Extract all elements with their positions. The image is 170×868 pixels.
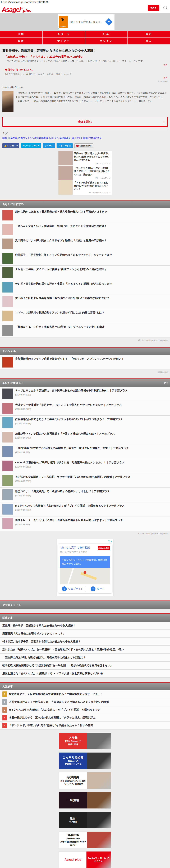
ad-arrow-icon[interactable]: ➜ xyxy=(105,18,113,26)
article-list-item[interactable]: 「後ろから突きたい！」岡副麻希、猫伸びポーズにまたも妄想爆発の声殺到！ xyxy=(0,222,170,237)
article-title-link[interactable]: テレ朝・三谷紬、ダイエットに挑戦も“男性ファンから悲鳴”の「切実な理由」 xyxy=(15,267,168,271)
article-link[interactable]: 「宝生舞の身元不明」騒動が飛び火、高橋由美子の劣化ぶりが話題に！ xyxy=(0,654,170,661)
tag-link[interactable]: 藤谷美和子 xyxy=(59,137,71,140)
article-title-link[interactable]: 熊田曜子、〈男子禁制〉胸ドアップ公開動画の「まるでマッパ！」なシーンとは？ xyxy=(15,253,168,257)
article-list-item[interactable]: 「紅白“出場”女性歌手ら8芸能人の薬物疑惑」報道で「次はダレが逮捕？」衝撃！｜ア… xyxy=(0,444,170,459)
tag-link[interactable]: 紀比呂子 xyxy=(49,137,58,140)
article-list-item[interactable]: 参加費無料のオンライン麻雀で賞金ゲット！ 『Maru-Jan スプリントステージ… xyxy=(0,355,170,369)
sponsored-ad-title[interactable]: 今日中に借りたい人へ xyxy=(4,68,168,72)
website-button[interactable]: ◑ウェブサイト xyxy=(60,586,85,591)
article-title-link[interactable]: 新型コロナ、「突然変異」で「終息10年」の悪夢シナリオとは？｜アサ芸プラス xyxy=(15,489,168,493)
route-button[interactable]: ➥ルート xyxy=(85,586,110,591)
article-list-item[interactable]: 浜田翔子の「ナマ脚大開きエクササイズ」動画に「天使」と激賞の声が続々！ xyxy=(0,237,170,251)
article-title-link[interactable]: テレ朝・三谷紬が胸を揺らし汗だく奮闘！「ぶるるんトレ動画」が大注目モノだッ xyxy=(15,282,168,286)
tag-link[interactable]: 芸能 xyxy=(2,137,7,140)
article-title-link[interactable]: 水着の奥が見えそう！菜々緒の肌見せ動画に「チラっと見え」疑惑が浮上 xyxy=(9,716,95,720)
article-list-item[interactable]: Cocomi“工藤静香のゴリ押し批判”で試される「母親譲りの鉄のメンタル」！｜ア… xyxy=(0,459,170,473)
banner-ad-hair-manual[interactable]: こっそり始める40歳からの髪対策マニュアル xyxy=(59,752,111,769)
article-link[interactable]: 新藤恵美「犬と移住の別荘地でスナックのママに！」 xyxy=(0,630,170,638)
ranked-article-link[interactable]: 5「サンジャポ」卒業、西川史子“激痩せ”も指摘されたキャラ作りの苦悩 xyxy=(0,722,170,730)
article-link[interactable]: 忘れがたき「昭和のいい女」を一斉追跡！＜聖地巡礼ガイド・あの美人女優と「美酒が飲… xyxy=(0,646,170,654)
top-ad-card[interactable]: AUTOBACS Tポイントが貯まる。使える。 ➜ ⓘ X xyxy=(58,14,115,30)
article-link[interactable]: 忽然と消えた「あのいい女」大捜査線（1）＜ドラマ女優＞堀北真希は変装せず買い物 xyxy=(0,670,170,678)
article-title-link[interactable]: 「紅白“出場”女性歌手ら8芸能人の薬物疑惑」報道で「次はダレが逮捕？」衝撃！｜ア… xyxy=(15,446,168,450)
article-title-link[interactable]: 浜田翔子の「ナマ脚大開きエクササイズ」動画に「天使」と激賞の声が続々！ xyxy=(15,239,168,243)
top-button[interactable]: TOP xyxy=(148,5,159,11)
article-list-item[interactable]: 有吉弘行も全録認定！？三吉彩花、サウナで披露「バスタオルはだけ場面」の衝撃｜アサ… xyxy=(0,473,170,488)
tag-link[interactable]: 映像コンテンツ権利処理機構 xyxy=(18,137,48,140)
nav-item[interactable]: 政治 xyxy=(128,31,170,37)
article-title-link[interactable]: テープは回したか？宮迫博之、吉本興業社長との会談の真相を中田敦彦に激白！｜アサ芸… xyxy=(15,389,168,393)
article-title-link[interactable]: マギー、大胆肌見せ私服公開もファンが思わず口にした“的確な苦言”とは？ xyxy=(15,311,168,315)
tag-link[interactable]: 週刊アサヒ芸能 2015年 7/9号 xyxy=(72,137,102,140)
article-title-link[interactable]: 深田恭子が妖艶ドレス姿を披露！胸の渓谷より目を引いた“肉感的な部位”とは？ xyxy=(15,296,168,300)
nav-item[interactable]: 芸能 xyxy=(0,31,42,37)
popin-ad-item[interactable]: 「トイレが必ず詰まります」飲む腸内洗浄で10年分の宿便がドバドバッ！PR・株式会… xyxy=(58,180,112,195)
article-link[interactable]: 蛭子能収 周囲を困惑させる“天然奔放発言”を一挙公開！「息子の結婚式でも空気を読… xyxy=(0,661,170,670)
article-link[interactable]: 宝生舞、桜井幸子…芸能界から消えた女優たちの今を大追跡！ xyxy=(0,622,170,630)
banner-ad-syokuraku-web[interactable]: 食楽webSYOKURAKU美食と酒の悦楽探求 webマガジン xyxy=(59,832,111,848)
ad-info-icon[interactable]: ⓘ xyxy=(108,540,111,543)
article-title-link[interactable]: 妊娠疑惑を払拭できるか？三谷紬“ダイエット動画”のバストがスゴ過ぎる！｜アサ芸プ… xyxy=(15,417,168,421)
nav-item[interactable]: スポーツ xyxy=(43,31,85,37)
sponsored-ad-title[interactable]: 「加熱式より安い」「でもうまい」2019年の電子タバコが凄い xyxy=(4,55,168,59)
tweet-button[interactable]: ツイート xyxy=(43,143,55,148)
article-title-link[interactable]: R-1ぐらんぷりで大惨敗も「あの女芸人」が「ブレイク間近」と囁かれるワケ｜アサ芸… xyxy=(15,504,168,508)
article-title-link[interactable]: 天才テリー伊藤対談「奈月セナ」（2）ここまで美人だとやっかいだよなァ｜アサ芸プラ… xyxy=(15,403,168,407)
article-list-item[interactable]: テープは回したか？宮迫博之、吉本興業社長との会談の真相を中田敦彦に激白！｜アサ芸… xyxy=(0,387,170,401)
read-more-button[interactable]: 全文を読む › xyxy=(2,117,168,127)
article-list-item[interactable]: テレ朝・三谷紬が胸を揺らし汗だく奮闘！「ぶるるんトレ動画」が大注目モノだッ xyxy=(0,280,170,294)
article-list-item[interactable]: 天才テリー伊藤対談「奈月セナ」（2）ここまで美人だとやっかいだよなァ｜アサ芸プラ… xyxy=(0,401,170,415)
search-icon[interactable] xyxy=(163,6,167,9)
banner-ad-twitter-follow[interactable]: Asagei plusTwitterフォローは こちらから xyxy=(59,851,111,868)
banner-ad-asa-jan[interactable]: アサ雀意外と知らない!?麻雀の世界 xyxy=(59,733,111,749)
ad-close-icon[interactable]: X xyxy=(58,28,60,30)
map-image[interactable] xyxy=(60,568,110,584)
article-list-item[interactable]: テレ朝・三谷紬、ダイエットに挑戦も“男性ファンから悲鳴”の「切実な理由」 xyxy=(0,266,170,280)
banner-ad-mono-joho[interactable]: 注目!モノ情報 xyxy=(59,812,111,829)
ranked-article-link[interactable]: 3R-1ぐらんぷりで大惨敗も「あの女芸人」が「ブレイク間近」と囁かれるワケ xyxy=(0,706,170,714)
article-title-link[interactable]: 参加費無料のオンライン麻雀で賞金ゲット！ 『Maru-Jan スプリントステージ… xyxy=(15,357,168,361)
article-title-link[interactable]: 服から胸がこぼれる！石川秀美の娘・薬丸玲美の極大バスト写真がスゴすぎッ xyxy=(15,210,168,214)
article-list-item[interactable]: 「麒麟がくる」で注目！明智光秀7つの誤解（3）ダブルワークに勤しむ商才 xyxy=(0,323,170,338)
map-ad-title[interactable]: 'ほけんの窓口'で無料相談 xyxy=(60,546,90,549)
ad-close-icon[interactable]: X xyxy=(111,540,112,543)
article-list-item[interactable]: 新型コロナ、「突然変異」で「終息10年」の悪夢シナリオとは？｜アサ芸プラス(20… xyxy=(0,488,170,502)
popin-ad-item[interactable]: 「太ってる人9割がしない」2秒習慣でガリガリに?医師の夫が教えてくれた…法が凄い… xyxy=(58,166,112,180)
banner-ad-ippai-sakaba[interactable]: 一杯酒場 xyxy=(59,792,111,809)
article-title-link[interactable]: 「サンジャポ」卒業、西川史子“激痩せ”も指摘されたキャラ作りの苦悩 xyxy=(9,723,93,727)
nav-item[interactable]: 社会 xyxy=(85,31,127,37)
site-logo[interactable]: Asagei+plus xyxy=(2,4,31,15)
social-news-button[interactable]: RSocial News xyxy=(74,144,93,148)
nav-item[interactable]: エンタメ xyxy=(85,38,127,44)
article-title-link[interactable]: 鷲見玲奈アナ、テレ東退社秒読みで過激化する「生脚＆爆胸見せ大サービス」！ xyxy=(9,692,103,696)
sponsored-text-ad[interactable]: 「加熱式より安い」「でもうまい」2019年の電子タバコが凄い 「タバコ辞めないな… xyxy=(2,55,168,66)
follow-button[interactable]: フォローする xyxy=(56,143,73,148)
ranked-article-link[interactable]: 4水着の奥が見えそう！菜々緒の肌見せ動画に「チラっと見え」疑惑が浮上 xyxy=(0,714,170,722)
article-title-link[interactable]: Cocomi“工藤静香のゴリ押し批判”で試される「母親譲りの鉄のメンタル」！｜ア… xyxy=(15,461,168,465)
article-list-item[interactable]: 服から胸がこぼれる！石川秀美の娘・薬丸玲美の極大バスト写真がスゴすぎッ xyxy=(0,208,170,222)
ranked-article-link[interactable]: 1鷲見玲奈アナ、テレ東退社秒読みで過激化する「生脚＆爆胸見せ大サービス」！ xyxy=(0,690,170,698)
hatena-bookmark-button[interactable]: B!ブックマーク 0 xyxy=(21,143,41,148)
map-ad-map1[interactable]: ⓘ X'ほけんの窓口'で無料相談ほけんの窓口アコス草加店ほけんの窓口本日空席あり… xyxy=(56,539,114,596)
article-title-link[interactable]: 男性トレーナーを“いたわる”声も！森咲智美の胸筋トレ動画が艶っぽすぎッ｜アサ芸プ… xyxy=(15,518,168,522)
ranked-article-link[interactable]: 2人前で夜の営みを！？沢尻エリカ、「18歳からクスリ漬け＆ハメまくり生活」の衝撃 xyxy=(0,698,170,706)
article-list-item[interactable]: マギー、大胆肌見せ私服公開もファンが思わず口にした“的確な苦言”とは？ xyxy=(0,309,170,323)
tag-link[interactable]: 新藤恵美 xyxy=(8,137,17,140)
article-list-item[interactable]: 妊娠疑惑を払拭できるか？三谷紬“ダイエット動画”のバストがスゴ過ぎる！｜アサ芸プ… xyxy=(0,415,170,430)
nav-item[interactable]: 女子アナ xyxy=(43,38,85,44)
article-title-link[interactable]: R-1ぐらんぷりで大惨敗も「あの女芸人」が「ブレイク間近」と囁かれるワケ xyxy=(9,708,100,712)
article-list-item[interactable]: 深田恭子が妖艶ドレス姿を披露！胸の渓谷より目を引いた“肉感的な部位”とは？ xyxy=(0,294,170,309)
banner-ad-kenkougaku[interactable]: 秋津壽男オトコの悩みをズバリ回答「どっち?」の健康学 xyxy=(59,772,111,789)
article-title-link[interactable]: 有吉弘行も全録認定！？三吉彩花、サウナで披露「バスタオルはだけ場面」の衝撃｜アサ… xyxy=(15,475,168,479)
article-title-link[interactable]: 「麒麟がくる」で注目！明智光秀7つの誤解（3）ダブルワークに勤しむ商才 xyxy=(15,325,168,329)
sponsored-text-ad[interactable]: 今日中に借りたい人へ あと3万円足りない！面倒なこと抜きで、今日中に借りたい人へ… xyxy=(2,68,168,80)
popin-ad-item[interactable]: 医師の夫「更年期太りが一番簡単」朝1分の習慣でガリガリになった!?方…が凄すぎる… xyxy=(58,151,112,166)
article-title-link[interactable]: 「後ろから突きたい！」岡副麻希、猫伸びポーズにまたも妄想爆発の声殺到！ xyxy=(15,224,168,228)
article-title-link[interactable]: 人前で夜の営みを！？沢尻エリカ、「18歳からクスリ漬け＆ハメまくり生活」の衝撃 xyxy=(9,700,109,704)
article-list-item[interactable]: 男性トレーナーを“いたわる”声も！森咲智美の胸筋トレ動画が艶っぽすぎッ｜アサ芸プ… xyxy=(0,517,170,531)
nav-item[interactable]: 事件 xyxy=(0,38,42,44)
article-title-link[interactable]: 加藤紀子マドンナ回のバス旅再放送！「神回」と呼ばれた理由とは？｜アサ芸プラス xyxy=(15,432,168,436)
like-button[interactable]: 👍 いいね！ 0 xyxy=(2,143,19,148)
article-link[interactable]: 裕木奈江、吉本多香美…芸能界から消えた女優たちの今を大追跡！ xyxy=(0,638,170,646)
